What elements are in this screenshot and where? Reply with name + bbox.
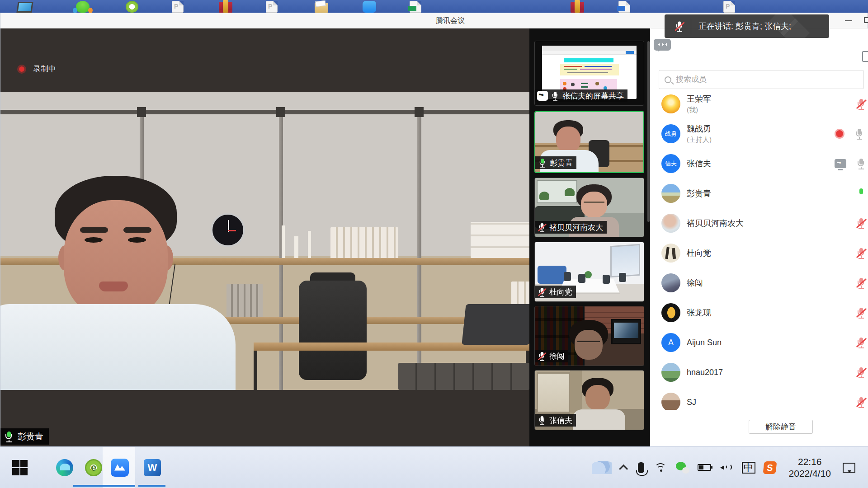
mic-icon[interactable]: [856, 158, 866, 169]
tencent-meeting-window: 腾讯会议 录制中: [0, 13, 868, 446]
thumbnail-name: 徐闯: [549, 351, 565, 361]
member-row-xuchuang[interactable]: 徐闯: [650, 268, 868, 298]
avatar: 信夫: [661, 154, 680, 173]
wechat-icon[interactable]: [676, 462, 689, 474]
word-file-icon[interactable]: [618, 1, 630, 13]
thumbnail-chubeibei[interactable]: 褚贝贝河南农大: [534, 178, 644, 237]
taskbar-clock[interactable]: 22:16 2022/4/10: [789, 456, 831, 479]
edge-taskbar-button[interactable]: [53, 447, 76, 488]
member-name: 王荣军: [687, 94, 711, 104]
thumbnail-name: 杜向党: [549, 287, 572, 297]
tencent-meeting-icon: [111, 459, 129, 477]
clock-time: 22:16: [789, 456, 831, 468]
member-row-zhanglongxian[interactable]: 张龙现: [650, 298, 868, 328]
thumbnail-label: 杜向党: [535, 286, 576, 298]
main-video-feed[interactable]: [0, 92, 529, 390]
member-name: 张龙现: [687, 307, 711, 318]
unmute-button[interactable]: 解除静音: [749, 420, 813, 434]
recording-indicator: 录制中: [17, 64, 56, 74]
member-name: 张信夫: [687, 158, 711, 169]
member-row-pengguiqing[interactable]: 彭贵青: [650, 178, 868, 208]
input-method-icon[interactable]: 中: [742, 462, 755, 474]
minimize-icon[interactable]: [845, 20, 852, 21]
main-speaker-name-label: 彭贵青: [0, 428, 49, 445]
member-row-zhangxinfu[interactable]: 信夫 张信夫: [650, 149, 868, 178]
muted-mic-icon[interactable]: [856, 397, 866, 408]
member-row-chubeibei[interactable]: 褚贝贝河南农大: [650, 208, 868, 238]
folder-icon[interactable]: [315, 3, 328, 13]
battery-icon[interactable]: [698, 464, 711, 471]
ppt-file-icon[interactable]: P: [172, 1, 184, 13]
member-row-wangrongjun[interactable]: 王荣军 (我): [650, 89, 868, 119]
member-row-hnau2017[interactable]: hnau2017: [650, 357, 868, 387]
panel-toggle-icon[interactable]: [862, 51, 868, 62]
microphone-icon[interactable]: [638, 462, 644, 473]
muted-mic-icon[interactable]: [856, 99, 866, 110]
recording-dot-icon: [17, 65, 26, 74]
member-name: SJ: [687, 398, 696, 407]
thumbnail-zhangxinfu[interactable]: 张信夫: [534, 370, 644, 430]
avatar: [661, 393, 680, 410]
speaker-icon[interactable]: [720, 462, 734, 473]
thumbnail-label: 张信夫的屏幕共享: [535, 89, 627, 102]
start-button[interactable]: [10, 447, 30, 488]
browser-360-icon[interactable]: [126, 1, 138, 13]
wifi-icon[interactable]: [654, 463, 668, 473]
chat-bubble-icon[interactable]: [654, 39, 671, 51]
strip-scrollbar[interactable]: [647, 41, 650, 222]
member-row-aijunsun[interactable]: A Aijun Sun: [650, 328, 868, 357]
ppt-file-icon[interactable]: P: [723, 1, 735, 13]
winrar-icon[interactable]: [219, 2, 232, 13]
mic-on-icon: [551, 91, 559, 101]
member-name: 杜向党: [687, 248, 711, 258]
avatar-text: 战勇: [665, 130, 677, 138]
mic-on-icon: [538, 416, 546, 425]
winrar-icon[interactable]: [571, 2, 584, 13]
meeting-app-icon[interactable]: [363, 1, 376, 13]
display-icon[interactable]: [16, 2, 33, 13]
muted-mic-icon[interactable]: [856, 277, 866, 289]
mic-icon[interactable]: [854, 128, 864, 140]
thumbnail-duxiangdang[interactable]: 杜向党: [534, 242, 644, 302]
muted-mic-icon[interactable]: [856, 248, 866, 259]
thumbnail-screen-share[interactable]: 张信夫的屏幕共享: [534, 41, 644, 106]
word-sheet: [617, 6, 625, 11]
green-app-icon[interactable]: [76, 1, 90, 13]
thumbnail-xuchuang[interactable]: 徐闯: [534, 306, 644, 366]
muted-mic-icon: [538, 352, 546, 361]
chevron-up-icon[interactable]: [622, 465, 628, 471]
member-name: hnau2017: [687, 368, 723, 377]
member-row-duxiangdang[interactable]: 杜向党: [650, 238, 868, 268]
member-search-box[interactable]: [659, 70, 864, 89]
member-row-sj[interactable]: SJ: [650, 387, 868, 410]
muted-mic-icon[interactable]: [856, 367, 866, 378]
cloud-icon[interactable]: [592, 461, 612, 474]
scene-candle: [308, 231, 311, 258]
member-name: 魏战勇: [687, 123, 712, 134]
word-taskbar-button[interactable]: W: [141, 447, 164, 488]
avatar: [661, 184, 680, 203]
ppt-file-icon[interactable]: P: [266, 1, 278, 13]
active-mic-icon[interactable]: [856, 188, 866, 199]
thumbnail-label: 彭贵青: [535, 156, 576, 169]
excel-file-icon[interactable]: [410, 1, 421, 13]
excel-sheet: [408, 6, 416, 11]
scene-boxes: [471, 222, 529, 258]
file-letter: P: [726, 3, 730, 10]
muted-mic-icon[interactable]: [856, 218, 866, 229]
browser-360-taskbar-button[interactable]: e: [82, 447, 105, 488]
toast-divider: [691, 19, 691, 34]
member-name: 徐闯: [687, 277, 703, 288]
tencent-meeting-taskbar-button[interactable]: [108, 447, 131, 488]
restore-icon[interactable]: [864, 17, 868, 23]
avatar: [661, 363, 680, 382]
thumbnail-label: 褚贝贝河南农大: [535, 221, 607, 234]
muted-mic-icon[interactable]: [856, 307, 866, 319]
member-row-weizhanyong[interactable]: 战勇 魏战勇 (主持人): [650, 119, 868, 149]
sogou-icon[interactable]: S: [764, 461, 776, 474]
muted-mic-icon: [675, 21, 684, 32]
muted-mic-icon[interactable]: [856, 337, 866, 348]
action-center-icon[interactable]: [843, 463, 855, 473]
thumbnail-pengguiqing[interactable]: 彭贵青: [534, 111, 644, 173]
search-input[interactable]: [676, 75, 858, 84]
